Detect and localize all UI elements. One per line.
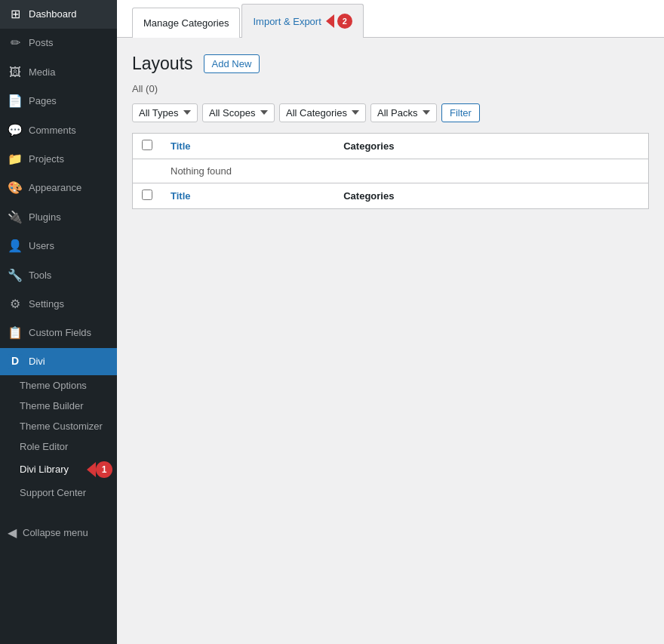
collapse-menu-label: Collapse menu — [23, 527, 88, 538]
role-editor-label: Role Editor — [20, 441, 68, 452]
sidebar-subitem-theme-builder[interactable]: Theme Builder — [0, 396, 117, 416]
sidebar-item-pages[interactable]: 📄 Pages — [0, 87, 117, 116]
table-header-check — [133, 133, 162, 159]
page-header: Layouts Add New — [132, 53, 649, 75]
custom-fields-icon: 📋 — [8, 325, 23, 341]
sidebar-item-custom-fields[interactable]: 📋 Custom Fields — [0, 319, 117, 347]
add-new-button[interactable]: Add New — [204, 54, 260, 73]
all-count-value: (0) — [146, 83, 158, 94]
divi-library-badge: 1 — [96, 461, 112, 478]
tab-import-export-badge-wrap: 2 — [326, 14, 352, 29]
sidebar-item-label: Posts — [29, 36, 54, 50]
collapse-menu-icon: ◀ — [8, 525, 17, 540]
divi-library-label: Divi Library — [20, 464, 69, 475]
media-icon: 🖼 — [8, 64, 23, 81]
tools-icon: 🔧 — [8, 267, 23, 284]
collapse-menu-button[interactable]: ◀ Collapse menu — [0, 518, 117, 547]
sidebar-item-label: Plugins — [29, 211, 61, 224]
tabs-bar: Manage Categories Import & Export 2 — [117, 0, 664, 38]
select-all-footer-checkbox[interactable] — [142, 190, 152, 200]
projects-icon: 📁 — [8, 151, 23, 168]
sidebar-item-label: Tools — [29, 269, 51, 282]
theme-builder-label: Theme Builder — [20, 400, 84, 411]
sidebar-subitem-role-editor[interactable]: Role Editor — [0, 436, 117, 457]
filter-scopes[interactable]: All Scopes — [202, 103, 275, 122]
dashboard-icon: ⊞ — [8, 6, 23, 23]
table-footer-categories: Categories — [334, 183, 648, 208]
pages-icon: 📄 — [8, 93, 23, 109]
sidebar-item-label: Users — [29, 239, 54, 253]
divi-icon: D — [8, 354, 23, 369]
support-center-label: Support Center — [20, 487, 86, 498]
tab-arrow-icon — [326, 14, 334, 28]
settings-icon: ⚙ — [8, 296, 23, 313]
sidebar-item-label: Appearance — [29, 181, 81, 195]
main-content: Manage Categories Import & Export 2 Layo… — [117, 0, 664, 644]
table-empty-row: Nothing found — [133, 159, 649, 183]
sidebar-subitem-theme-options[interactable]: Theme Options — [0, 375, 117, 396]
theme-customizer-label: Theme Customizer — [20, 421, 103, 432]
table-header-title: Title — [161, 133, 334, 159]
sidebar-item-dashboard[interactable]: ⊞ Dashboard — [0, 0, 117, 29]
comments-icon: 💬 — [8, 122, 23, 139]
filter-packs[interactable]: All Packs — [370, 103, 437, 122]
sidebar-subitem-theme-customizer[interactable]: Theme Customizer — [0, 416, 117, 436]
sidebar: ⊞ Dashboard ✏ Posts 🖼 Media 📄 Pages 💬 Co… — [0, 0, 117, 644]
sidebar-item-users[interactable]: 👤 Users — [0, 232, 117, 260]
filter-categories[interactable]: All Categories — [279, 103, 366, 122]
table-header-row: Title Categories — [133, 133, 649, 159]
table-footer-check — [133, 183, 162, 208]
layouts-table: Title Categories Nothing found Title — [132, 133, 649, 209]
users-icon: 👤 — [8, 238, 23, 254]
posts-icon: ✏ — [8, 35, 23, 51]
sidebar-item-label: Comments — [29, 124, 76, 137]
tab-import-export-badge: 2 — [337, 14, 352, 29]
sidebar-item-label: Custom Fields — [29, 326, 91, 340]
table-footer-title: Title — [161, 183, 334, 208]
sidebar-item-settings[interactable]: ⚙ Settings — [0, 290, 117, 319]
sidebar-item-projects[interactable]: 📁 Projects — [0, 145, 117, 174]
tab-import-export[interactable]: Import & Export 2 — [241, 4, 363, 38]
title-sort-link[interactable]: Title — [171, 140, 191, 152]
appearance-icon: 🎨 — [8, 180, 23, 196]
tab-manage-categories-label: Manage Categories — [143, 17, 229, 29]
table-footer-row: Title Categories — [133, 183, 649, 208]
filter-types[interactable]: All Types — [132, 103, 198, 122]
sidebar-item-media[interactable]: 🖼 Media — [0, 58, 117, 87]
sidebar-item-label: Pages — [29, 94, 57, 108]
sidebar-item-comments[interactable]: 💬 Comments — [0, 116, 117, 145]
content-area: Layouts Add New All (0) All Types All Sc… — [117, 38, 664, 644]
sidebar-item-divi[interactable]: D Divi — [0, 348, 117, 375]
annotation-arrow-icon — [87, 462, 96, 477]
sidebar-item-label: Media — [29, 66, 55, 79]
empty-row-check-cell — [133, 159, 162, 183]
sidebar-subitem-divi-library[interactable]: Divi Library 1 — [0, 457, 117, 482]
filters-row: All Types All Scopes All Categories All … — [132, 103, 649, 122]
theme-options-label: Theme Options — [20, 380, 87, 391]
all-count: All (0) — [132, 83, 649, 94]
title-footer-sort-link[interactable]: Title — [171, 190, 191, 202]
plugins-icon: 🔌 — [8, 209, 23, 226]
sidebar-item-label: Projects — [29, 153, 64, 166]
sidebar-item-label: Settings — [29, 297, 64, 311]
select-all-checkbox[interactable] — [142, 140, 152, 150]
sidebar-item-posts[interactable]: ✏ Posts — [0, 29, 117, 57]
sidebar-item-plugins[interactable]: 🔌 Plugins — [0, 203, 117, 232]
tab-manage-categories[interactable]: Manage Categories — [132, 8, 240, 38]
page-title: Layouts — [132, 53, 193, 75]
divi-library-annotation: 1 — [87, 461, 112, 478]
sidebar-item-label: Divi — [29, 355, 45, 368]
sidebar-subitem-support-center[interactable]: Support Center — [0, 482, 117, 503]
empty-message: Nothing found — [161, 159, 649, 183]
tab-import-export-label: Import & Export — [253, 16, 321, 27]
sidebar-item-appearance[interactable]: 🎨 Appearance — [0, 174, 117, 202]
table-header-categories: Categories — [334, 133, 648, 159]
sidebar-item-label: Dashboard — [29, 8, 77, 21]
sidebar-item-tools[interactable]: 🔧 Tools — [0, 261, 117, 290]
all-label: All — [132, 83, 143, 94]
filter-button[interactable]: Filter — [441, 103, 480, 122]
divi-submenu: Theme Options Theme Builder Theme Custom… — [0, 375, 117, 503]
